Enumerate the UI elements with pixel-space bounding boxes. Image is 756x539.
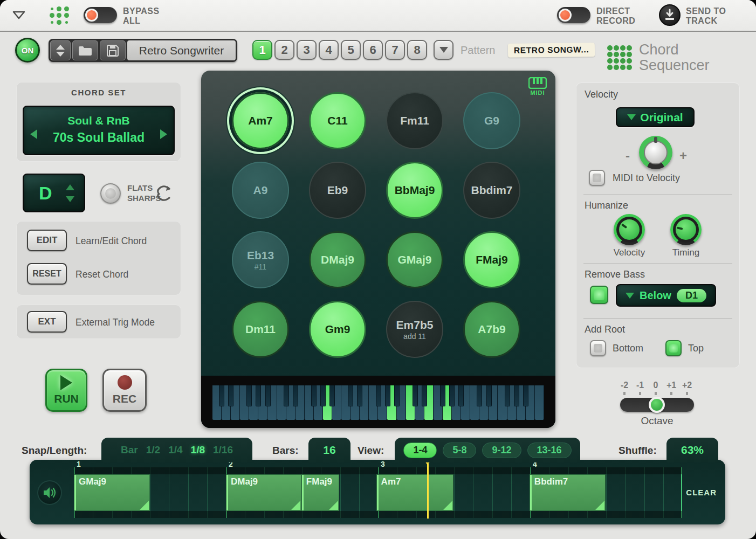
- remove-bass-note[interactable]: D1: [677, 289, 706, 302]
- add-root-bottom-checkbox[interactable]: [590, 340, 606, 356]
- velocity-knob[interactable]: [639, 136, 672, 169]
- snap-option-1-16[interactable]: 1/16: [213, 444, 233, 456]
- black-key[interactable]: [477, 385, 482, 406]
- pattern-name-tag[interactable]: RETRO SONGW...: [508, 43, 595, 58]
- bypass-all-toggle[interactable]: [84, 7, 117, 23]
- timeline-block-Bbdim7[interactable]: Bbdim7: [530, 474, 606, 511]
- velocity-mode-dropdown[interactable]: Original: [616, 107, 695, 127]
- edit-chord-button[interactable]: EDIT: [27, 230, 67, 251]
- preset-spinner[interactable]: [50, 40, 71, 60]
- undo-arrow-icon[interactable]: [155, 184, 173, 203]
- chord-set-prev-icon[interactable]: [30, 129, 37, 139]
- save-preset-button[interactable]: [100, 40, 126, 60]
- playhead[interactable]: [427, 464, 429, 519]
- pattern-slot-3[interactable]: 3: [297, 40, 317, 60]
- reset-chord-button[interactable]: RESET: [27, 263, 67, 285]
- black-key[interactable]: [293, 385, 298, 406]
- chord-pad-Em7b5[interactable]: Em7b5add 11: [386, 301, 443, 358]
- chord-set-next-icon[interactable]: [160, 129, 167, 139]
- black-key[interactable]: [458, 385, 464, 406]
- black-key[interactable]: [449, 385, 455, 406]
- black-key[interactable]: [376, 385, 381, 406]
- chord-pad-BbMaj9[interactable]: BbMaj9: [386, 162, 443, 219]
- pattern-dropdown-button[interactable]: [434, 40, 453, 60]
- flats-sharps-button[interactable]: [100, 183, 121, 204]
- black-key[interactable]: [265, 385, 271, 406]
- black-key[interactable]: [523, 385, 528, 406]
- snap-option-1-8[interactable]: 1/8: [191, 444, 205, 456]
- snap-option-Bar[interactable]: Bar: [121, 444, 138, 456]
- block-resize-handle[interactable]: [329, 501, 338, 510]
- chord-pad-C11[interactable]: C11: [309, 92, 366, 149]
- chord-set-preset[interactable]: 70s Soul Ballad: [24, 130, 174, 145]
- remove-bass-checkbox[interactable]: [590, 286, 608, 304]
- black-key[interactable]: [228, 385, 233, 406]
- chord-pad-Eb13[interactable]: Eb13#11: [232, 231, 289, 288]
- chord-pad-GMaj9[interactable]: GMaj9: [386, 231, 443, 288]
- rec-button[interactable]: REC: [102, 369, 147, 412]
- pattern-slot-6[interactable]: 6: [363, 40, 383, 60]
- pattern-slot-4[interactable]: 4: [319, 40, 339, 60]
- black-key[interactable]: [486, 385, 492, 406]
- black-key[interactable]: [413, 385, 418, 406]
- chord-pad-Gm9[interactable]: Gm9: [309, 301, 366, 358]
- midi-to-velocity-checkbox[interactable]: [589, 170, 605, 186]
- octave-slider-handle[interactable]: [649, 397, 665, 413]
- black-key[interactable]: [505, 385, 510, 406]
- black-key[interactable]: [440, 385, 445, 406]
- black-key[interactable]: [320, 385, 326, 406]
- chord-pad-A7b9[interactable]: A7b9: [463, 301, 520, 358]
- key-up-icon[interactable]: [66, 184, 74, 190]
- piano-keyboard[interactable]: [212, 385, 544, 420]
- window-caret-icon[interactable]: [12, 11, 26, 19]
- chord-pad-FMaj9[interactable]: FMaj9: [463, 231, 520, 288]
- view-range-1-4[interactable]: 1-4: [403, 443, 437, 458]
- app-dots-icon[interactable]: [49, 5, 70, 26]
- black-key[interactable]: [256, 385, 261, 406]
- humanize-timing-knob[interactable]: [670, 214, 702, 245]
- chord-pad-Dm11[interactable]: Dm11: [232, 301, 289, 358]
- pattern-slot-8[interactable]: 8: [407, 40, 427, 60]
- timeline-block-Am7[interactable]: Am7: [376, 474, 453, 511]
- block-resize-handle[interactable]: [140, 501, 149, 510]
- chord-pad-G9[interactable]: G9: [463, 92, 520, 149]
- view-range-5-8[interactable]: 5-8: [443, 443, 476, 458]
- view-range-13-16[interactable]: 13-16: [527, 443, 572, 458]
- black-key[interactable]: [246, 385, 252, 406]
- preset-name-field[interactable]: Retro Songwriter: [127, 40, 236, 60]
- chord-pad-Fm11[interactable]: Fm11: [386, 92, 443, 149]
- send-to-track-button[interactable]: [659, 4, 681, 26]
- black-key[interactable]: [385, 385, 390, 406]
- timeline-grid[interactable]: 1234GMaj9DMaj9FMaj9Am7Bbdim7: [74, 467, 682, 518]
- direct-record-toggle[interactable]: [557, 7, 590, 23]
- timeline-block-FMaj9[interactable]: FMaj9: [301, 474, 339, 511]
- chord-pad-DMaj9[interactable]: DMaj9: [309, 231, 366, 288]
- chord-pad-Am7[interactable]: Am7: [232, 92, 289, 149]
- black-key[interactable]: [219, 385, 224, 406]
- snap-option-1-2[interactable]: 1/2: [146, 444, 160, 456]
- black-key[interactable]: [422, 385, 427, 406]
- black-key[interactable]: [357, 385, 362, 406]
- remove-bass-dropdown[interactable]: Below D1: [616, 284, 716, 307]
- timeline-block-GMaj9[interactable]: GMaj9: [74, 474, 150, 511]
- external-trig-button[interactable]: EXT: [27, 311, 67, 333]
- pattern-slot-5[interactable]: 5: [341, 40, 361, 60]
- block-resize-handle[interactable]: [443, 501, 452, 510]
- black-key[interactable]: [284, 385, 289, 406]
- humanize-velocity-knob[interactable]: [614, 214, 645, 245]
- black-key[interactable]: [514, 385, 519, 406]
- chord-pad-A9[interactable]: A9: [232, 162, 289, 219]
- pattern-slot-2[interactable]: 2: [274, 40, 294, 60]
- key-display[interactable]: D: [23, 174, 85, 212]
- block-resize-handle[interactable]: [595, 501, 604, 510]
- black-key[interactable]: [394, 385, 400, 406]
- white-key-35[interactable]: [535, 385, 544, 420]
- key-down-icon[interactable]: [66, 196, 74, 202]
- bars-tab[interactable]: 16: [308, 438, 350, 462]
- snap-option-1-4[interactable]: 1/4: [168, 444, 182, 456]
- run-button[interactable]: RUN: [45, 369, 87, 412]
- black-key[interactable]: [311, 385, 317, 406]
- chord-pad-Eb9[interactable]: Eb9: [309, 162, 366, 219]
- timeline-block-DMaj9[interactable]: DMaj9: [226, 474, 301, 511]
- power-on-button[interactable]: ON: [15, 38, 40, 63]
